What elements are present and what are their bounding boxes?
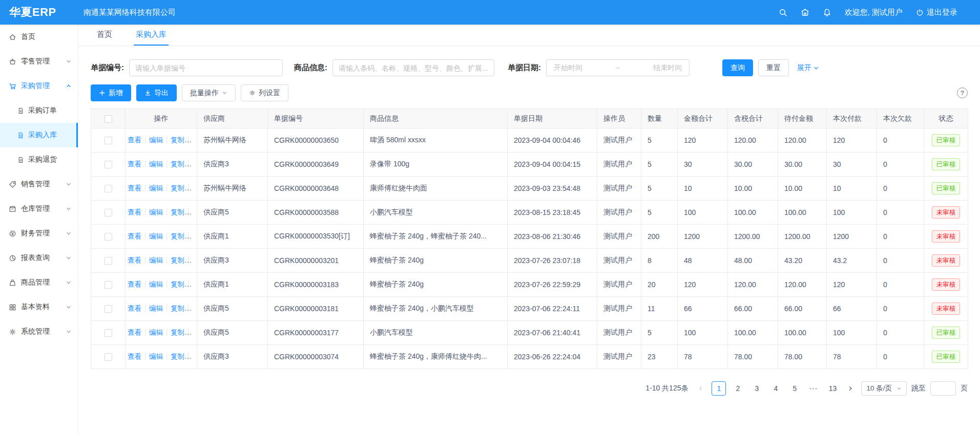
page-button-5[interactable]: 5 [787,381,802,396]
cell-amount-tax: 120.00 [728,273,778,297]
row-checkbox[interactable] [105,185,112,192]
help-icon[interactable]: ? [957,88,968,98]
expand-label: 展开 [797,63,811,73]
row-action-edit[interactable]: 编辑 [145,232,163,240]
row-checkbox[interactable] [105,281,112,289]
row-action-copy[interactable]: 复制 [166,280,184,288]
row-checkbox[interactable] [105,257,112,265]
row-action-view[interactable]: 查看 [128,256,141,264]
row-action-copy[interactable]: 复制 [166,305,184,312]
shop-icon[interactable] [801,8,809,17]
page-button-13[interactable]: 13 [825,381,840,396]
row-checkbox[interactable] [105,137,112,144]
row-action-edit[interactable]: 编辑 [145,184,163,192]
cell-checkbox [91,153,126,177]
cell-amount-due: 78.00 [778,345,827,369]
row-action-edit[interactable]: 编辑 [145,256,163,264]
sidebar-item-sales[interactable]: 销售管理 [0,172,78,197]
row-action-copy[interactable]: 复制 [166,329,184,336]
row-action-copy[interactable]: 复制 [166,160,184,168]
cell-amount-due: 100.00 [778,201,827,225]
row-action-view[interactable]: 查看 [128,305,141,312]
cell-doc-no: CGRK00000003530[订] [268,225,364,249]
row-action-edit[interactable]: 编辑 [145,353,163,360]
reset-button[interactable]: 重置 [758,59,789,76]
bell-icon[interactable] [823,8,831,17]
sidebar-item-basedata[interactable]: 基本资料 [0,295,78,319]
row-action-view[interactable]: 查看 [128,232,141,240]
search-button[interactable]: 查询 [722,59,753,76]
cell-paid: 10 [827,177,877,201]
row-action-view[interactable]: 查看 [128,280,141,288]
page-button-2[interactable]: 2 [731,381,745,396]
sidebar-item-home[interactable]: 首页 [0,25,78,49]
row-action-edit[interactable]: 编辑 [145,305,163,312]
page-button-3[interactable]: 3 [749,381,764,396]
sidebar-item-finance[interactable]: 财务管理 [0,221,78,246]
row-action-copy[interactable]: 复制 [166,184,184,192]
jump-page-input[interactable] [930,381,956,396]
table-row: 查看编辑复制删除 供应商5 CGRK00000003588 小鹏汽车模型 202… [91,201,968,225]
sidebar-item-report[interactable]: 报表查询 [0,246,78,270]
sidebar-item-goods[interactable]: 商品管理 [0,270,78,295]
cell-supplier: 供应商1 [197,273,268,297]
sidebar-item-purchase[interactable]: 采购管理 [0,74,78,98]
row-action-view[interactable]: 查看 [128,208,141,216]
row-action-copy[interactable]: 复制 [166,256,184,264]
row-action-copy[interactable]: 复制 [166,353,184,360]
sidebar-item-system[interactable]: 系统管理 [0,319,78,344]
product-info-input[interactable] [332,59,494,76]
row-checkbox[interactable] [105,233,112,241]
batch-actions-button[interactable]: 批量操作 [182,84,236,101]
sidebar-item-purchase-order[interactable]: 采购订单 [0,98,78,123]
sidebar-item-purchase-inbound[interactable]: 采购入库 [0,123,78,147]
row-action-view[interactable]: 查看 [128,136,141,144]
sidebar-item-label: 系统管理 [21,327,50,336]
logout-button[interactable]: 退出登录 [916,8,957,17]
row-action-copy[interactable]: 复制 [166,208,184,216]
cell-amount-due: 30.00 [778,153,827,177]
column-header-amount_due: 待付金额 [778,109,827,128]
page-button-1[interactable]: 1 [712,381,726,396]
export-button[interactable]: 导出 [136,84,177,101]
row-checkbox[interactable] [105,353,112,361]
sidebar-item-label: 仓库管理 [21,204,50,213]
row-action-edit[interactable]: 编辑 [145,160,163,168]
tab-home[interactable]: 首页 [95,25,114,46]
page-button-4[interactable]: 4 [768,381,783,396]
prev-page-button[interactable] [695,381,707,396]
cell-status: 已审核 [924,321,968,345]
row-checkbox[interactable] [105,329,112,337]
row-action-view[interactable]: 查看 [128,353,141,360]
row-action-edit[interactable]: 编辑 [145,280,163,288]
chevron-down-icon [813,65,819,71]
row-action-edit[interactable]: 编辑 [145,136,163,144]
sidebar-item-purchase-return[interactable]: 采购退货 [0,147,78,172]
toolbar: 新增 导出 批量操作 列设置 ? [78,84,980,108]
date-range-separator: ~ [616,64,620,72]
page-size-select[interactable]: 10 条/页 [861,381,907,396]
sidebar-item-warehouse[interactable]: 仓库管理 [0,197,78,221]
next-page-button[interactable] [844,381,857,396]
row-checkbox[interactable] [105,161,112,168]
add-button[interactable]: 新增 [91,84,131,101]
row-action-edit[interactable]: 编辑 [145,208,163,216]
search-icon[interactable] [779,8,787,17]
row-checkbox[interactable] [105,305,112,313]
row-action-copy[interactable]: 复制 [166,232,184,240]
column-settings-button[interactable]: 列设置 [241,84,288,101]
sidebar-item-label: 零售管理 [21,57,50,66]
expand-link[interactable]: 展开 [797,63,819,73]
row-action-copy[interactable]: 复制 [166,136,184,144]
row-checkbox[interactable] [105,209,112,216]
select-all-checkbox[interactable] [105,115,112,123]
row-action-view[interactable]: 查看 [128,329,141,336]
sidebar-item-retail[interactable]: 零售管理 [0,49,78,74]
row-action-view[interactable]: 查看 [128,184,141,192]
table-body: 查看编辑复制删除 苏州蜗牛网络 CGRK00000003650 啤酒 580ml… [91,128,968,369]
row-action-edit[interactable]: 编辑 [145,329,163,336]
tab-purchase-inbound[interactable]: 采购入库 [134,25,169,46]
row-action-view[interactable]: 查看 [128,160,141,168]
doc-no-input[interactable] [129,59,283,76]
date-range-picker[interactable]: 开始时间 ~ 结束时间 [546,59,690,76]
